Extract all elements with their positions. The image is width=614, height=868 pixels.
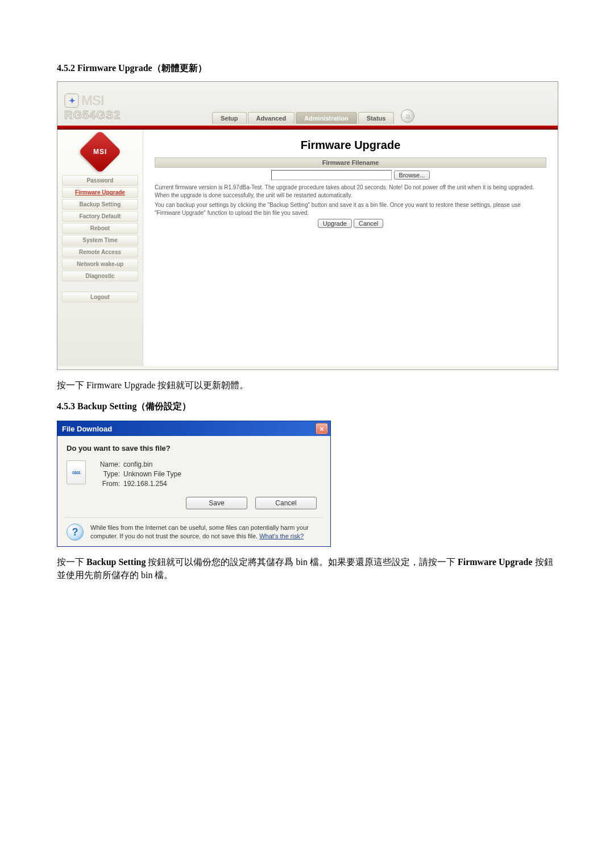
sidebar-logo: MSI <box>57 130 143 174</box>
tab-advanced[interactable]: Advanced <box>248 112 295 124</box>
firmware-info-text-2: You can backup your settings by clicking… <box>155 201 546 217</box>
close-icon[interactable]: × <box>316 423 328 434</box>
dialog-divider <box>65 517 322 518</box>
from-label: From: <box>94 480 120 488</box>
sidebar-item-remote-access[interactable]: Remote Access <box>62 247 138 258</box>
type-value: Unknown File Type <box>123 470 181 478</box>
sidebar-item-diagnostic[interactable]: Diagnostic <box>62 271 138 281</box>
section-paragraph-453: 按一下 Backup Setting 按鈕就可以備份您的設定將其儲存爲 bin … <box>57 556 557 582</box>
content-area: Firmware Upgrade Firmware Filename Brows… <box>143 130 558 366</box>
dialog-title-text: File Download <box>62 425 112 433</box>
router-header: ✦ MSI RG54GS2 Setup Advanced Administrat… <box>57 82 558 126</box>
sidebar-item-reboot[interactable]: Reboot <box>62 223 138 234</box>
sidebar-item-password[interactable]: Password <box>62 175 138 186</box>
name-value: config.bin <box>123 460 181 468</box>
sidebar-item-backup-setting[interactable]: Backup Setting <box>62 199 138 210</box>
button-row: Upgrade Cancel <box>155 220 546 227</box>
tab-administration[interactable]: Administration <box>296 112 357 124</box>
sidebar-item-logout[interactable]: Logout <box>62 292 138 302</box>
sidebar-item-firmware-upgrade[interactable]: Firmware Upgrade <box>62 187 138 198</box>
tab-setup[interactable]: Setup <box>212 112 247 124</box>
dialog-titlebar: File Download × <box>57 421 330 436</box>
p453-d: Firmware Upgrade <box>458 557 533 567</box>
tab-bar: Setup Advanced Administration Status ⌂ <box>212 110 414 124</box>
upgrade-button[interactable]: Upgrade <box>318 219 352 228</box>
router-body: MSI Password Firmware Upgrade Backup Set… <box>57 130 558 366</box>
name-label: Name: <box>94 460 120 468</box>
section-heading-452: 4.5.2 Firmware Upgrade（韌體更新） <box>57 63 557 74</box>
save-button[interactable]: Save <box>186 497 247 509</box>
brand-text: MSI <box>81 93 104 109</box>
dialog-file-row: 0101 Name: config.bin Type: Unknown File… <box>67 460 321 488</box>
dialog-warning-text: While files from the Internet can be use… <box>90 524 321 541</box>
tab-status[interactable]: Status <box>358 112 395 124</box>
p453-b: Backup Setting <box>86 557 146 567</box>
browse-button[interactable]: Browse... <box>394 171 430 180</box>
red-divider <box>57 126 558 130</box>
p453-a: 按一下 <box>57 557 86 567</box>
sidebar-item-factory-default[interactable]: Factory Default <box>62 211 138 222</box>
firmware-file-input[interactable] <box>271 170 392 180</box>
dialog-body: Do you want to save this file? 0101 Name… <box>57 436 330 546</box>
dialog-warning: ? While files from the Internet can be u… <box>67 524 321 541</box>
section-paragraph-452: 按一下 Firmware Upgrade 按鈕就可以更新韌體。 <box>57 379 557 392</box>
firmware-filename-label: Firmware Filename <box>155 157 546 168</box>
brand-icon: ✦ <box>64 93 79 108</box>
file-icon: 0101 <box>67 460 86 484</box>
dialog-cancel-button[interactable]: Cancel <box>255 497 317 509</box>
home-icon[interactable]: ⌂ <box>401 109 414 123</box>
file-download-dialog: File Download × Do you want to save this… <box>57 421 331 547</box>
model-name: RG54GS2 <box>64 109 150 122</box>
brand-area: ✦ MSI RG54GS2 <box>57 88 150 125</box>
sidebar-item-network-wakeup[interactable]: Network wake-up <box>62 259 138 269</box>
section-heading-453: 4.5.3 Backup Setting（備份設定） <box>57 401 557 413</box>
sidebar-item-system-time[interactable]: System Time <box>62 235 138 246</box>
p453-c: 按鈕就可以備份您的設定將其儲存爲 bin 檔。如果要還原這些設定，請按一下 <box>148 557 457 567</box>
file-row: Browse... <box>155 170 546 180</box>
sidebar-logo-text: MSI <box>93 148 107 156</box>
router-screenshot: ✦ MSI RG54GS2 Setup Advanced Administrat… <box>57 81 558 370</box>
type-label: Type: <box>94 470 120 478</box>
whats-the-risk-link[interactable]: What's the risk? <box>259 533 304 539</box>
from-value: 192.168.1.254 <box>123 480 181 488</box>
brand-logo: ✦ MSI <box>64 93 150 109</box>
dialog-buttons: Save Cancel <box>67 497 317 509</box>
sidebar: MSI Password Firmware Upgrade Backup Set… <box>57 130 143 366</box>
cancel-button[interactable]: Cancel <box>354 219 383 228</box>
dialog-question: Do you want to save this file? <box>67 444 321 452</box>
firmware-info-text-1: Current firmware version is R1.97dBa-Tes… <box>155 184 546 199</box>
dialog-file-details: Name: config.bin Type: Unknown File Type… <box>94 460 181 488</box>
warning-icon: ? <box>67 524 84 541</box>
page-title: Firmware Upgrade <box>155 139 546 152</box>
